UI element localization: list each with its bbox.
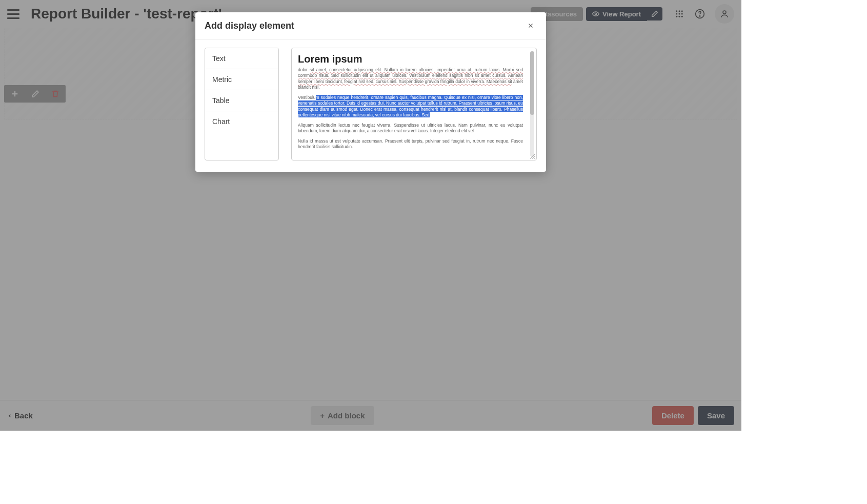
resize-handle-icon[interactable] (530, 154, 535, 159)
element-type-table[interactable]: Table (205, 90, 278, 111)
preview-paragraph-1: dolor sit amet, consectetur adipiscing e… (298, 67, 530, 91)
type-label: Metric (212, 75, 232, 84)
preview-p2-start: Vestibulu (298, 95, 316, 100)
type-label: Chart (212, 117, 230, 126)
type-label: Text (212, 54, 226, 63)
add-display-element-modal: Add display element Text Metric Table Ch… (195, 12, 546, 172)
preview-scrollbar[interactable] (530, 51, 534, 157)
element-preview[interactable]: Lorem ipsum dolor sit amet, consectetur … (291, 48, 537, 160)
preview-p1-wavy: sit amet, consectetur adipiscing elit. N… (298, 67, 523, 84)
element-type-list: Text Metric Table Chart (205, 48, 279, 160)
type-label: Table (212, 96, 229, 105)
preview-paragraph-2: Vestibulum sodales neque hendrerit, orna… (298, 95, 530, 118)
modal-overlay[interactable]: Add display element Text Metric Table Ch… (0, 0, 741, 431)
preview-p2-selected: m sodales neque hendrerit, ornare sapien… (298, 95, 523, 117)
preview-p1-start: dolor (298, 67, 310, 72)
element-type-text[interactable]: Text (205, 48, 278, 69)
modal-body: Text Metric Table Chart Lorem ipsum dolo… (195, 39, 546, 172)
close-icon (527, 22, 534, 29)
preview-heading: Lorem ipsum (298, 53, 530, 65)
modal-title: Add display element (205, 21, 294, 31)
element-type-chart[interactable]: Chart (205, 111, 278, 132)
element-type-metric[interactable]: Metric (205, 69, 278, 90)
modal-header: Add display element (195, 12, 546, 39)
modal-close-button[interactable] (525, 19, 537, 32)
preview-paragraph-4: Nulla id massa ut est vulputate accumsan… (298, 138, 530, 150)
preview-paragraph-3: Aliquam sollicitudin lectus nec feugiat … (298, 123, 530, 134)
